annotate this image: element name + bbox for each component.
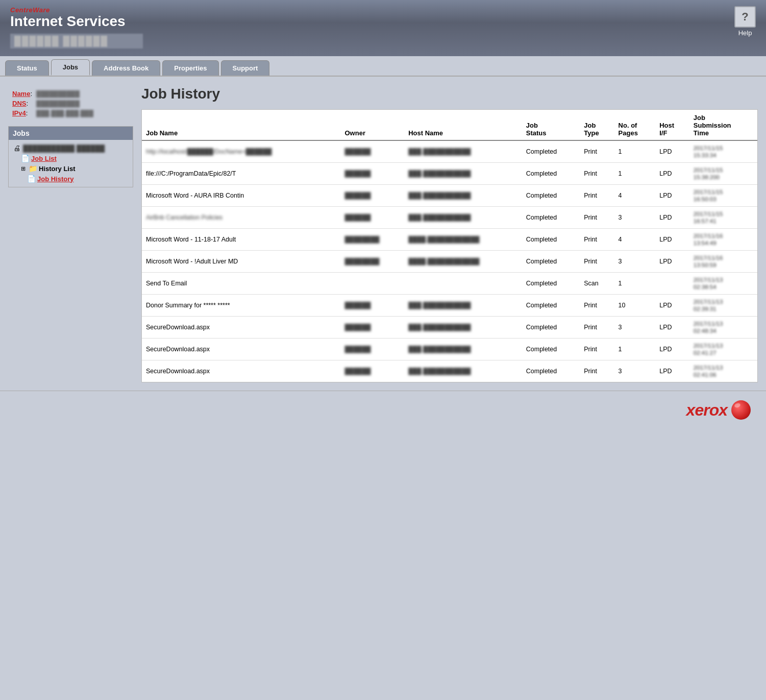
tab-properties[interactable]: Properties bbox=[162, 60, 218, 76]
cell-host-if: LPD bbox=[655, 339, 689, 360]
brand-centreware: CentreWare bbox=[10, 6, 143, 14]
dns-value: ██████████ bbox=[36, 100, 80, 107]
cell-job-status: Completed bbox=[522, 273, 580, 295]
cell-owner: ██████ bbox=[341, 339, 405, 360]
cell-job-type: Print bbox=[580, 140, 614, 163]
cell-owner: ██████ bbox=[341, 295, 405, 317]
job-list-link[interactable]: Job List bbox=[31, 155, 57, 162]
help-label: Help bbox=[738, 29, 752, 37]
tree-job-history-item[interactable]: 📄 Job History bbox=[13, 174, 129, 184]
cell-host-name: ███.███████████ bbox=[404, 140, 522, 163]
cell-pages: 3 bbox=[614, 251, 656, 273]
cell-owner: ██████ bbox=[341, 140, 405, 163]
device-info: Name: ██████████ DNS: ██████████ IPv4: █… bbox=[8, 86, 133, 121]
cell-job-name: AirBnb Cancellation Policies bbox=[142, 207, 341, 229]
cell-job-name: Donor Summary for ***** ***** bbox=[142, 295, 341, 317]
col-job-type: JobType bbox=[580, 110, 614, 140]
sidebar-jobs-panel: Jobs 🖨 ███████████ ██████ 📄 Job List ⊞ 📁… bbox=[8, 126, 133, 187]
cell-job-status: Completed bbox=[522, 251, 580, 273]
main-panel: Job History Job Name Owner Host Name Job… bbox=[141, 86, 758, 382]
table-row: AirBnb Cancellation Policies ██████ ███.… bbox=[142, 207, 757, 229]
folder-icon: 📁 bbox=[29, 164, 37, 173]
col-submission-time: JobSubmissionTime bbox=[689, 110, 757, 140]
tab-status[interactable]: Status bbox=[5, 60, 49, 76]
cell-job-name: Microsoft Word - 11-18-17 Adult bbox=[142, 229, 341, 251]
cell-job-status: Completed bbox=[522, 317, 580, 339]
cell-host-if: LPD bbox=[655, 163, 689, 185]
main-content: Name: ██████████ DNS: ██████████ IPv4: █… bbox=[0, 77, 766, 391]
cell-host-if: LPD bbox=[655, 185, 689, 207]
cell-host-name: ████.████████████ bbox=[404, 251, 522, 273]
table-row: Microsoft Word - AURA IRB Contin ██████ … bbox=[142, 185, 757, 207]
file-icon-2: 📄 bbox=[27, 175, 35, 183]
sidebar: Name: ██████████ DNS: ██████████ IPv4: █… bbox=[8, 86, 133, 382]
cell-host-if: LPD bbox=[655, 207, 689, 229]
cell-job-type: Print bbox=[580, 163, 614, 185]
table-row: Microsoft Word - 11-18-17 Adult ████████… bbox=[142, 229, 757, 251]
header: CentreWare Internet Services ██████ ████… bbox=[0, 0, 766, 56]
cell-job-name: http://localhost/██████/DocName=██████ bbox=[142, 140, 341, 163]
cell-job-name: file:///C:/ProgramData/Epic/82/T bbox=[142, 163, 341, 185]
xerox-logo: xerox bbox=[686, 400, 751, 420]
cell-job-type: Print bbox=[580, 251, 614, 273]
table-row: file:///C:/ProgramData/Epic/82/T ██████ … bbox=[142, 163, 757, 185]
cell-host-name bbox=[404, 273, 522, 295]
col-host-name: Host Name bbox=[404, 110, 522, 140]
tab-support[interactable]: Support bbox=[221, 60, 270, 76]
job-history-link[interactable]: Job History bbox=[37, 175, 74, 183]
cell-job-name: Microsoft Word - !Adult Liver MD bbox=[142, 251, 341, 273]
cell-host-if: LPD bbox=[655, 295, 689, 317]
table-row: http://localhost/██████/DocName=██████ █… bbox=[142, 140, 757, 163]
xerox-ball-icon bbox=[731, 400, 751, 420]
cell-pages: 1 bbox=[614, 140, 656, 163]
table-row: SecureDownload.aspx ██████ ███.█████████… bbox=[142, 360, 757, 382]
job-table-container[interactable]: Job Name Owner Host Name JobStatus JobTy… bbox=[141, 109, 758, 382]
cell-job-status: Completed bbox=[522, 229, 580, 251]
table-row: Donor Summary for ***** ***** ██████ ███… bbox=[142, 295, 757, 317]
tab-addressbook[interactable]: Address Book bbox=[92, 60, 160, 76]
cell-job-name: Send To Email bbox=[142, 273, 341, 295]
cell-host-name: ████.████████████ bbox=[404, 229, 522, 251]
ipv4-value: ███.███.███.███ bbox=[36, 110, 93, 117]
cell-pages: 1 bbox=[614, 163, 656, 185]
help-icon: ? bbox=[734, 6, 756, 28]
brand-internet-services: Internet Services bbox=[10, 14, 143, 30]
history-list-label: History List bbox=[39, 165, 76, 173]
ipv4-label[interactable]: IPv4 bbox=[12, 109, 26, 117]
cell-host-if: LPD bbox=[655, 251, 689, 273]
tree-job-list-item[interactable]: 📄 Job List bbox=[13, 153, 129, 163]
cell-job-status: Completed bbox=[522, 295, 580, 317]
tab-jobs[interactable]: Jobs bbox=[51, 59, 90, 76]
cell-job-type: Print bbox=[580, 339, 614, 360]
cell-job-type: Print bbox=[580, 207, 614, 229]
dns-label[interactable]: DNS bbox=[12, 100, 26, 107]
machine-tree-label: ███████████ ██████ bbox=[23, 144, 105, 152]
cell-host-name: ███.███████████ bbox=[404, 163, 522, 185]
cell-job-type: Print bbox=[580, 229, 614, 251]
header-left: CentreWare Internet Services ██████ ████… bbox=[10, 6, 143, 49]
col-pages: No. ofPages bbox=[614, 110, 656, 140]
cell-job-status: Completed bbox=[522, 339, 580, 360]
cell-pages: 10 bbox=[614, 295, 656, 317]
cell-host-name: ███.███████████ bbox=[404, 207, 522, 229]
cell-job-name: Microsoft Word - AURA IRB Contin bbox=[142, 185, 341, 207]
machine-name-bar: ██████ ██████ bbox=[10, 34, 143, 49]
nav-bar: Status Jobs Address Book Properties Supp… bbox=[0, 56, 766, 77]
cell-submission-time: 2017/11/1302:38:54 bbox=[689, 273, 757, 295]
cell-job-status: Completed bbox=[522, 207, 580, 229]
cell-host-name: ███.███████████ bbox=[404, 339, 522, 360]
cell-job-status: Completed bbox=[522, 185, 580, 207]
name-value: ██████████ bbox=[36, 90, 80, 98]
cell-job-name: SecureDownload.aspx bbox=[142, 360, 341, 382]
help-button[interactable]: ? Help bbox=[734, 6, 756, 37]
cell-owner: ██████ bbox=[341, 360, 405, 382]
cell-host-name: ███.███████████ bbox=[404, 317, 522, 339]
cell-pages: 1 bbox=[614, 339, 656, 360]
cell-owner: ████████ bbox=[341, 229, 405, 251]
name-label[interactable]: Name bbox=[12, 90, 30, 98]
cell-pages: 1 bbox=[614, 273, 656, 295]
cell-owner bbox=[341, 273, 405, 295]
cell-host-if: LPD bbox=[655, 140, 689, 163]
cell-job-type: Print bbox=[580, 295, 614, 317]
col-host-if: HostI/F bbox=[655, 110, 689, 140]
